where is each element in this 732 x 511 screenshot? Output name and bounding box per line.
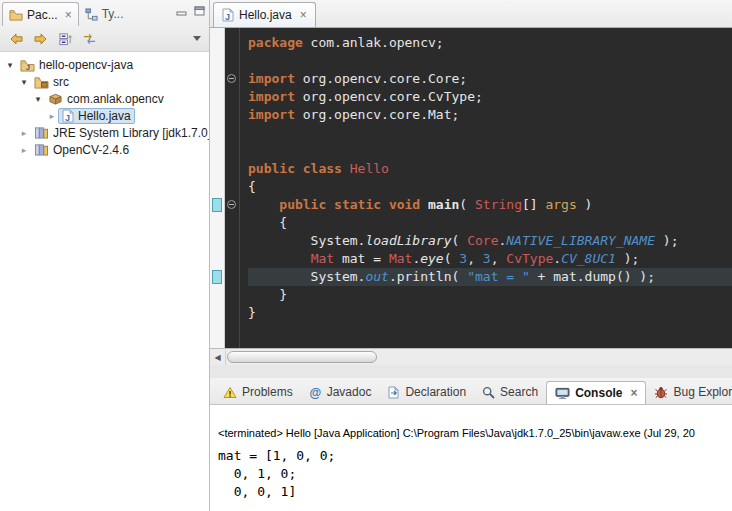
code-token: ( [452,233,468,248]
code-token: String [475,197,522,212]
tree-item-src[interactable]: ▾src [0,73,209,90]
sidebar-tab-pac[interactable]: Pac...× [2,2,79,26]
tab-label: Problems [242,385,293,399]
close-icon[interactable]: × [65,9,72,21]
scroll-left-arrow-icon[interactable]: ◀ [210,350,226,365]
console-tabbar: Problems@JavadocDeclarationSearchConsole… [210,378,732,405]
code-token: NATIVE_LIBRARY_NAME [506,233,655,248]
code-line[interactable] [248,142,732,160]
collapse-arrow-icon[interactable]: ▾ [32,94,44,104]
type-hierarchy-icon [85,8,98,21]
expand-arrow-icon[interactable]: ▸ [46,111,58,121]
code-token: out [365,269,388,284]
tree-item-hello-opencv-java[interactable]: ▾Jhello-opencv-java [0,56,209,73]
sidebar-tab-ty[interactable]: Ty... [79,2,130,26]
expand-arrow-icon[interactable]: ▸ [18,145,30,155]
view-window-buttons [176,6,205,16]
view-menu-button[interactable] [193,36,201,41]
code-token: ( [444,251,460,266]
problems-icon [223,386,237,399]
forward-button[interactable] [33,32,49,46]
tree-item-hello-java[interactable]: ▸JHello.java [0,107,209,124]
package-explorer-icon [9,8,23,21]
code-token: { [248,215,287,230]
tab-label: Declaration [405,385,466,399]
code-line[interactable]: } [248,286,732,304]
bug-icon [654,386,668,399]
maximize-icon[interactable] [194,6,205,16]
close-icon[interactable]: × [300,9,307,21]
tab-label: Javadoc [327,385,372,399]
tree-item-label: JRE System Library [jdk1.7.0_25] [53,126,209,140]
collapse-arrow-icon[interactable]: ▾ [18,77,30,87]
console-tab-javadoc[interactable]: @Javadoc [301,380,380,404]
eclipse-window: Pac...×Ty... ▾Jhello-opencv-java▾src▾com… [0,0,732,511]
code-line[interactable]: { [248,214,732,232]
code-line[interactable]: import org.opencv.core.Core; [248,70,732,88]
tree-item-com-anlak-opencv[interactable]: ▾com.anlak.opencv [0,90,209,107]
collapse-all-button[interactable] [58,32,73,46]
code-line[interactable]: } [248,304,732,322]
tree-item-target[interactable]: src [30,74,73,90]
svg-text:J: J [225,12,230,22]
code-token: org.opencv.core.CvType; [295,89,483,104]
fold-collapse-icon[interactable] [227,74,236,83]
code-line[interactable] [248,52,732,70]
tree-item-jre-system-library-jdk1-7-0-25-[interactable]: ▸JRE System Library [jdk1.7.0_25] [0,124,209,141]
code-line[interactable]: Mat mat = Mat.eye( 3, 3, CvType.CV_8UC1 … [248,250,732,268]
code-token: loadLibrary [365,233,451,248]
console-content[interactable]: <terminated> Hello [Java Application] C:… [210,405,732,501]
editor-tab-hello-java[interactable]: J Hello.java × [213,2,316,27]
close-icon[interactable]: × [630,387,637,399]
code-token [420,197,428,212]
tree-item-label: src [53,75,69,89]
code-line[interactable]: import org.opencv.core.Mat; [248,106,732,124]
code-line[interactable]: System.out.println( "mat = " + mat.dump(… [248,268,732,286]
tree-item-target[interactable]: JRE System Library [jdk1.7.0_25] [30,125,209,141]
code-area[interactable]: package com.anlak.opencv;import org.open… [240,28,732,348]
link-with-editor-button[interactable] [82,32,97,46]
annotation-ruler[interactable] [210,28,225,348]
collapse-arrow-icon[interactable]: ▾ [4,60,16,70]
javadoc-icon: @ [309,386,322,399]
fold-gutter[interactable] [225,28,240,348]
package-tree: ▾Jhello-opencv-java▾src▾com.anlak.opencv… [0,52,209,511]
declaration-icon [387,386,400,399]
tree-item-target[interactable]: com.anlak.opencv [44,91,168,107]
back-button[interactable] [8,32,24,46]
code-token: CvType [506,251,553,266]
console-output-line: mat = [1, 0, 0; [218,447,732,465]
code-token: [] [522,197,545,212]
code-line[interactable]: public static void main( String[] args ) [248,196,732,214]
console-tab-problems[interactable]: Problems [215,380,301,404]
tree-item-target[interactable]: Jhello-opencv-java [16,57,137,73]
tree-item-target[interactable]: JHello.java [58,108,135,124]
code-token: args [545,197,576,212]
expand-arrow-icon[interactable]: ▸ [18,128,30,138]
console-tab-declaration[interactable]: Declaration [379,380,474,404]
horizontal-scrollbar[interactable]: ◀ [210,348,732,365]
occurrence-marker[interactable] [212,198,222,212]
tree-item-opencv-2-4-6[interactable]: ▸OpenCV-2.4.6 [0,141,209,158]
code-line[interactable] [248,124,732,142]
code-line[interactable]: public class Hello [248,160,732,178]
code-line[interactable]: System.loadLibrary( Core.NATIVE_LIBRARY_… [248,232,732,250]
code-line[interactable]: { [248,178,732,196]
tree-item-label: com.anlak.opencv [67,92,164,106]
code-token: org.opencv.core.Core; [295,71,467,86]
occurrence-marker[interactable] [212,270,222,284]
code-line[interactable]: import org.opencv.core.CvType; [248,88,732,106]
package-explorer-panel: Pac...×Ty... ▾Jhello-opencv-java▾src▾com… [0,0,210,511]
scrollbar-thumb[interactable] [227,351,377,363]
code-token: eye [420,251,443,266]
code-token: public static void [279,197,420,212]
code-token: } [248,305,256,320]
code-line[interactable]: package com.anlak.opencv; [248,34,732,52]
tree-item-target[interactable]: OpenCV-2.4.6 [30,142,133,158]
minimize-icon[interactable] [176,6,187,16]
package-explorer-header: Pac...×Ty... [0,0,209,52]
fold-collapse-icon[interactable] [227,200,236,209]
console-tab-bug-explorer[interactable]: Bug Explorer [646,380,732,404]
console-tab-search[interactable]: Search [474,380,546,404]
console-tab-console[interactable]: Console× [546,381,646,405]
